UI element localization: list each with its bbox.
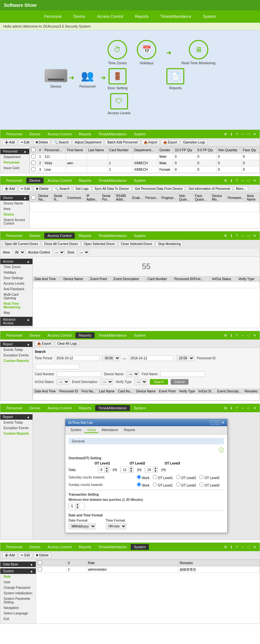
sun-work-option[interactable]: Work — [137, 482, 150, 487]
door-select[interactable]: — — [77, 250, 89, 255]
sat-ot3-radio[interactable] — [199, 475, 203, 479]
maximize-icon[interactable]: □ — [246, 132, 251, 137]
sidebar-navigation[interactable]: Navigation — [0, 605, 36, 611]
system-nav-time[interactable]: Time&Attendance — [95, 544, 130, 550]
popup-nav-setup[interactable]: Setup — [84, 427, 98, 433]
sidebar-search-access[interactable]: Search Access Control — [0, 217, 29, 226]
sidebar-ta-events-today[interactable]: Events Today — [0, 420, 32, 425]
sat-work-option[interactable]: Work — [137, 475, 150, 480]
device-maximize-icon[interactable]: □ — [246, 178, 251, 183]
device-select-all[interactable] — [31, 195, 35, 200]
ot-level3-spin[interactable]: 14 ▲ ▼ — [145, 466, 158, 473]
sidebar-change-password[interactable]: Change Password — [0, 585, 36, 590]
personnel-nav-system[interactable]: System — [131, 131, 149, 137]
personnel-nav-reports[interactable]: Reports — [75, 131, 95, 137]
sat-ot1-radio[interactable] — [153, 475, 157, 479]
device-sidebar-expand[interactable]: ▲ — [23, 196, 27, 200]
sidebar-anti-passback[interactable]: Anti-Passback — [0, 286, 32, 292]
sidebar-role[interactable]: Role — [0, 574, 36, 579]
reports-nav-system[interactable]: System — [131, 332, 149, 338]
min-between-up[interactable]: ▲ — [75, 503, 80, 506]
reports-maximize-icon[interactable]: □ — [246, 333, 251, 338]
sun-ot2-radio[interactable] — [176, 482, 180, 487]
personnel-import-btn[interactable]: 📥 Import — [141, 140, 160, 145]
personnel-batch-add-btn[interactable]: Batch Add Personnel — [105, 140, 140, 145]
sidebar-system-init[interactable]: System Initialization — [0, 590, 36, 596]
device-getlogs-btn[interactable]: Get Logs — [73, 186, 91, 192]
nav-time-attendance[interactable]: Time&Attendance — [158, 13, 194, 20]
to-time-select[interactable]: 23:59 — [176, 355, 194, 361]
access-sidebar-expand[interactable]: ▲ — [27, 260, 30, 263]
system-nav-device[interactable]: Device — [26, 544, 44, 550]
device-edit-btn[interactable]: ✏ Edit — [19, 186, 32, 192]
sidebar-ta-custom[interactable]: Custom Reports — [0, 431, 32, 436]
sidebar-events-today[interactable]: Events Today — [0, 347, 32, 353]
close-icon[interactable]: ✕ — [252, 132, 257, 137]
access-maximize-icon[interactable]: □ — [246, 233, 251, 238]
sidebar-timezones[interactable]: Time Zones — [0, 264, 32, 270]
sidebar-realtime-monitoring[interactable]: Real-Time Monitoring — [0, 301, 32, 310]
device-nav-personnel[interactable]: Personnel — [3, 178, 26, 183]
reports-export-btn[interactable]: 📤 Export — [35, 341, 54, 346]
close-all-doors-btn[interactable]: Close All Current Doors — [42, 241, 80, 247]
reports-settings-icon[interactable]: ⚙ — [223, 333, 228, 338]
device-close-icon[interactable]: ✕ — [252, 178, 257, 183]
sat-ot1-option[interactable]: OT Level1 — [153, 475, 173, 480]
popup-close-btn[interactable]: ✕ — [221, 420, 225, 425]
reports-nav-reports[interactable]: Reports — [75, 332, 95, 338]
row-check[interactable] — [30, 154, 38, 160]
device-minimize-icon[interactable]: ─ — [240, 178, 245, 183]
select-all-checkbox[interactable] — [31, 148, 35, 152]
reports-nav-access[interactable]: Access Control — [44, 332, 75, 338]
sidebar-device[interactable]: Device — [0, 212, 29, 217]
personnel-search-btn[interactable]: 🔍 Search — [52, 140, 71, 145]
sidebar-access-levels[interactable]: Access Levels — [0, 281, 32, 286]
personnel-sidebar-expand[interactable]: ▲ — [23, 150, 27, 153]
access-info-icon[interactable]: ℹ — [230, 233, 233, 238]
access-close-icon[interactable]: ✕ — [252, 233, 257, 238]
popup-nav-system[interactable]: System — [68, 427, 84, 433]
sidebar-holidays[interactable]: Holidays — [0, 270, 32, 275]
access-nav-time[interactable]: Time&Attendance — [95, 233, 130, 239]
open-all-doors-btn[interactable]: Open All Current Doors — [2, 241, 40, 247]
ot-level1-down[interactable]: ▼ — [105, 470, 109, 473]
personnel-export-btn[interactable]: 📤 Export — [161, 140, 179, 145]
timeatt-info-icon[interactable]: ℹ — [230, 406, 233, 411]
popup-nav-attendance[interactable]: Attendance — [99, 427, 121, 433]
close-selected-btn[interactable]: Close Selected Doors — [119, 241, 155, 247]
system-add-btn[interactable]: ➕ Add — [2, 552, 17, 558]
timeatt-maximize-icon[interactable]: □ — [246, 406, 251, 411]
row-check[interactable] — [36, 566, 67, 573]
timeatt-settings-icon[interactable]: ⚙ — [223, 406, 228, 411]
timeatt-nav-personnel[interactable]: Personnel — [3, 405, 26, 411]
sun-work-radio[interactable] — [137, 482, 141, 487]
advance-expand[interactable]: ▲ — [27, 318, 30, 325]
sat-ot2-option[interactable]: OT Level2 — [176, 475, 196, 480]
sat-ot3-option[interactable]: OT Level3 — [199, 475, 219, 480]
system-nav-access[interactable]: Access Control — [44, 544, 75, 550]
row-check[interactable] — [30, 160, 38, 167]
help-icon[interactable]: ? — [235, 132, 239, 137]
reports-nav-personnel[interactable]: Personnel — [3, 332, 26, 338]
area-select[interactable]: All — [12, 250, 25, 255]
personnel-delete-btn[interactable]: ✖ Delete — [33, 140, 50, 145]
system-minimize-icon[interactable]: ─ — [240, 545, 245, 550]
reports-minimize-icon[interactable]: ─ — [240, 333, 245, 338]
access-minimize-icon[interactable]: ─ — [240, 233, 245, 238]
system-select-all[interactable] — [38, 561, 42, 565]
search-btn[interactable]: Search — [150, 379, 168, 385]
date-format-select[interactable]: MM/dd/yyyy — [69, 523, 96, 529]
sat-ot2-radio[interactable] — [176, 475, 180, 479]
access-help-icon[interactable]: ? — [235, 233, 239, 238]
personnel-nav-device[interactable]: Device — [26, 131, 44, 137]
timeatt-minimize-icon[interactable]: ─ — [240, 406, 245, 411]
personnel-id-input[interactable] — [35, 364, 79, 369]
sidebar-sys-param[interactable]: System Parameter Setting — [0, 596, 36, 605]
reports-close-icon[interactable]: ✕ — [252, 333, 257, 338]
system-info-icon[interactable]: ℹ — [230, 545, 233, 550]
sidebar-multi-card[interactable]: Multi-Card Opening — [0, 292, 32, 301]
sidebar-personnel[interactable]: Personnel — [0, 160, 29, 165]
nav-personnel[interactable]: Personnel — [42, 13, 64, 20]
system-nav-system[interactable]: System — [131, 544, 149, 550]
access-nav-access[interactable]: Access Control — [44, 233, 75, 239]
